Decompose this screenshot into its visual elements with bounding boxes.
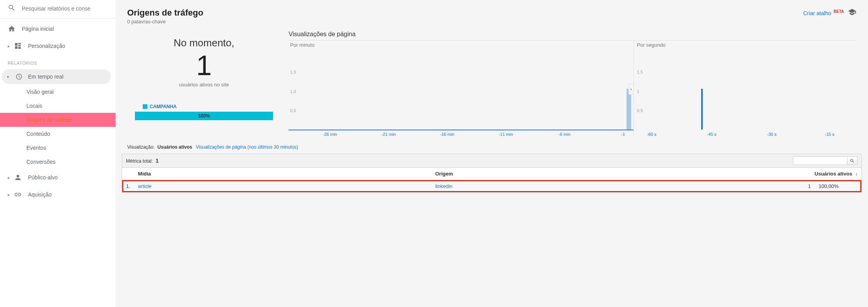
nav-audience[interactable]: Público-alvo: [0, 169, 116, 186]
main: Origens de tráfego 0 palavras-chave Cria…: [116, 0, 868, 307]
chart-expand-handle[interactable]: ›: [628, 84, 634, 95]
page-header: Origens de tráfego 0 palavras-chave Cria…: [116, 0, 868, 27]
nav-realtime[interactable]: Em tempo real: [2, 69, 111, 84]
sub-events-label: Eventos: [26, 145, 46, 151]
row-index: 1.: [122, 180, 134, 193]
search-icon: [850, 158, 855, 163]
table-row[interactable]: 1. article linkedin 1 100,00%: [122, 180, 861, 193]
sub-content-label: Conteúdo: [26, 131, 50, 137]
col-media[interactable]: Mídia: [134, 168, 431, 180]
chart-per-minute: Por minuto 1,5 1,0 0,5 -26 min -21 min -…: [289, 40, 634, 137]
sub-traffic-label: Origens de tráfego: [26, 117, 72, 123]
sub-locations[interactable]: Locais: [0, 99, 116, 113]
x-tick: -11 min: [499, 132, 513, 137]
view-toggle-pageviews[interactable]: Visualizações de página (nos últimos 30 …: [196, 144, 298, 150]
active-users-card: No momento, 1 usuários ativos no site CA…: [127, 31, 281, 137]
table-top-bar: Métrica total: 1: [122, 154, 861, 168]
chart-baseline: [289, 130, 634, 130]
create-shortcut-label: Criar atalho: [803, 10, 831, 16]
no-momento-label: No momento,: [135, 37, 273, 49]
nav-audience-label: Público-alvo: [28, 174, 58, 181]
title-block: Origens de tráfego 0 palavras-chave: [127, 8, 203, 25]
search-input[interactable]: [22, 5, 108, 12]
col-active-users-label: Usuários ativos: [815, 171, 852, 177]
chart-per-second: Por segundo 1,5 1 0,5 -60 s -45 s -30 s …: [634, 40, 856, 137]
row-origin-link[interactable]: linkedin: [435, 183, 452, 189]
table-search-button[interactable]: [847, 156, 858, 165]
chart-per-second-label: Por segundo: [637, 42, 666, 48]
view-toggle-label: Visualização:: [127, 144, 155, 150]
graduate-icon[interactable]: [848, 8, 856, 18]
divider: [0, 18, 116, 19]
data-table: Métrica total: 1 Mídia Origem: [122, 154, 862, 193]
sub-traffic[interactable]: Origens de tráfego: [0, 113, 116, 127]
x-tick: -1: [621, 132, 625, 137]
metric-total: Métrica total: 1: [126, 158, 159, 164]
chart-bar: [701, 89, 703, 130]
nav-realtime-label: Em tempo real: [28, 74, 63, 80]
charts-card: Visualizações de página Por minuto 1,5 1…: [281, 31, 856, 137]
table-search: [793, 156, 858, 165]
search-row: [0, 0, 116, 17]
active-users-count: 1: [135, 51, 273, 79]
beta-badge: BETA: [834, 9, 844, 14]
content-row: No momento, 1 usuários ativos no site CA…: [116, 27, 868, 137]
metric-total-value: 1: [156, 158, 159, 164]
y-tick: 0,5: [290, 108, 296, 113]
row-media: article: [134, 180, 431, 193]
row-count: 1: [788, 180, 815, 193]
col-active-users[interactable]: Usuários ativos ↓: [788, 168, 861, 180]
section-reports-label: RELATÓRIOS: [0, 54, 116, 68]
x-tick: -30 s: [767, 132, 776, 137]
row-pct: 100,00%: [815, 180, 861, 193]
charts-title: Visualizações de página: [289, 31, 856, 38]
nav-customization-label: Personalização: [28, 43, 65, 49]
x-tick: -60 s: [647, 132, 656, 137]
x-tick: -26 min: [323, 132, 337, 137]
row-media-link[interactable]: article: [138, 183, 152, 189]
nav-home-label: Página inicial: [22, 26, 54, 32]
x-tick: -21 min: [382, 132, 396, 137]
y-tick: 0,5: [637, 108, 643, 113]
sidebar: Página inicial Personalização RELATÓRIOS…: [0, 0, 116, 307]
campaign-swatch: [143, 104, 147, 109]
active-users-sub: usuários ativos no site: [135, 82, 273, 88]
search-icon: [8, 4, 16, 13]
campaign-bar-pct: 100%: [198, 113, 210, 119]
table-search-input[interactable]: [793, 156, 847, 165]
y-tick: 1,0: [290, 89, 296, 94]
sort-desc-icon: ↓: [855, 171, 858, 177]
sub-locations-label: Locais: [26, 103, 42, 109]
create-shortcut-link[interactable]: Criar atalho BETA: [803, 9, 844, 16]
nav-acquisition[interactable]: Aquisição: [0, 186, 116, 203]
row-origin: linkedin: [431, 180, 788, 193]
view-toggle-active[interactable]: Usuários ativos: [158, 144, 192, 150]
chart-bar: [626, 89, 631, 130]
page-title: Origens de tráfego: [127, 8, 203, 18]
page-subtitle: 0 palavras-chave: [127, 19, 203, 25]
sub-events[interactable]: Eventos: [0, 141, 116, 155]
chart-per-minute-label: Por minuto: [290, 42, 315, 48]
header-actions: Criar atalho BETA: [803, 8, 856, 18]
nav-customization[interactable]: Personalização: [0, 37, 116, 54]
x-tick: -6 min: [558, 132, 570, 137]
campaign-block: CAMPANHA 100%: [135, 104, 273, 120]
nav-home[interactable]: Página inicial: [0, 20, 116, 37]
col-origin[interactable]: Origem: [431, 168, 788, 180]
nav-acquisition-label: Aquisição: [28, 191, 52, 198]
col-index: [122, 168, 134, 180]
view-toggle: Visualização: Usuários ativos Visualizaç…: [116, 137, 868, 152]
sub-overview[interactable]: Visão geral: [0, 85, 116, 99]
campaign-legend: CAMPANHA: [135, 104, 273, 109]
table-header-row: Mídia Origem Usuários ativos ↓: [122, 168, 861, 180]
x-tick: -15 s: [825, 132, 834, 137]
campaign-label: CAMPANHA: [150, 104, 177, 109]
x-tick: -16 min: [440, 132, 455, 137]
sub-conversions[interactable]: Conversões: [0, 155, 116, 169]
campaign-bar: 100%: [135, 112, 273, 120]
metric-total-label: Métrica total:: [126, 158, 153, 164]
sub-conversions-label: Conversões: [26, 159, 56, 165]
sub-overview-label: Visão geral: [26, 89, 54, 95]
sub-content[interactable]: Conteúdo: [0, 127, 116, 141]
charts-wrap: Por minuto 1,5 1,0 0,5 -26 min -21 min -…: [289, 40, 856, 137]
